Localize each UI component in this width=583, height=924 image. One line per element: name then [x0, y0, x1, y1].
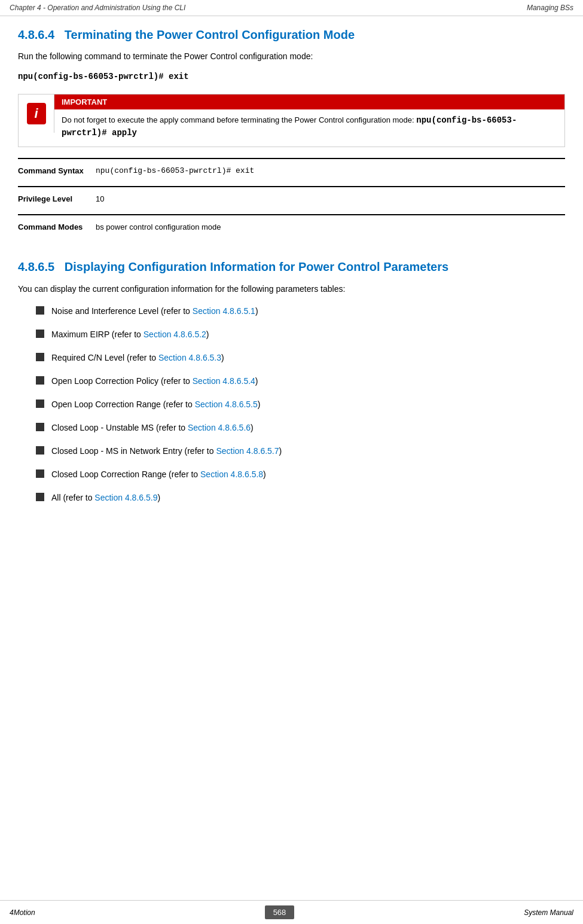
list-item: Closed Loop - MS in Network Entry (refer…: [36, 445, 565, 458]
section-4864-heading: Terminating the Power Control Configurat…: [65, 28, 355, 41]
command-table: Command Syntax npu(config-bs-66053-pwrct…: [18, 158, 565, 242]
syntax-label: Command Syntax: [18, 165, 96, 175]
bullet-icon: [36, 469, 44, 478]
bullet-suffix-8: ): [263, 469, 266, 479]
list-item: Maximum EIRP (refer to Section 4.8.6.5.2…: [36, 328, 565, 341]
list-item: Open Loop Correction Range (refer to Sec…: [36, 398, 565, 411]
section-4864-number: 4.8.6.4: [18, 28, 54, 41]
bullet-icon: [36, 376, 44, 385]
section-4864-intro: Run the following command to terminate t…: [18, 50, 565, 63]
footer-left: 4Motion: [10, 908, 35, 917]
bullet-list: Noise and Interference Level (refer to S…: [36, 305, 565, 504]
bullet-link-2[interactable]: Section 4.8.6.5.2: [144, 330, 206, 339]
bullet-icon: [36, 330, 44, 338]
page-footer: 4Motion 568 System Manual: [0, 900, 583, 924]
bullet-link-8[interactable]: Section 4.8.6.5.8: [200, 469, 263, 479]
page-header: Chapter 4 - Operation and Administration…: [0, 0, 583, 16]
syntax-row: Command Syntax npu(config-bs-66053-pwrct…: [18, 158, 565, 186]
bullet-prefix-2: Maximum EIRP (refer to: [51, 330, 144, 339]
important-content: IMPORTANT Do not forget to execute the a…: [54, 94, 564, 147]
section-4865-intro: You can display the current configuratio…: [18, 283, 565, 295]
main-content: 4.8.6.4 Terminating the Power Control Co…: [0, 16, 583, 533]
bullet-prefix-1: Noise and Interference Level (refer to: [51, 306, 193, 316]
bullet-prefix-5: Open Loop Correction Range (refer to: [51, 400, 195, 409]
bullet-icon: [36, 353, 44, 361]
bullet-suffix-4: ): [255, 376, 258, 386]
bullet-link-1[interactable]: Section 4.8.6.5.1: [193, 306, 255, 316]
important-box: i IMPORTANT Do not forget to execute the…: [18, 94, 565, 147]
list-item: Closed Loop - Unstable MS (refer to Sect…: [36, 422, 565, 434]
section-4864-command-display: npu(config-bs-66053-pwrctrl)# exit: [18, 70, 565, 83]
privilege-label: Privilege Level: [18, 193, 96, 203]
important-icon-area: i: [19, 94, 54, 133]
bullet-icon: [36, 306, 44, 315]
privilege-row: Privilege Level 10: [18, 186, 565, 214]
list-item: Required C/N Level (refer to Section 4.8…: [36, 352, 565, 364]
bullet-text-3: Required C/N Level (refer to Section 4.8…: [51, 352, 224, 364]
bullet-suffix-9: ): [157, 493, 160, 502]
bullet-suffix-2: ): [206, 330, 209, 339]
bullet-icon: [36, 423, 44, 431]
list-item: Open Loop Correction Policy (refer to Se…: [36, 375, 565, 388]
list-item: Noise and Interference Level (refer to S…: [36, 305, 565, 318]
important-body-prefix: Do not forget to execute the apply comma…: [62, 115, 416, 124]
important-header: IMPORTANT: [54, 94, 564, 109]
section-4865-number: 4.8.6.5: [18, 260, 54, 273]
bullet-suffix-1: ): [255, 306, 258, 316]
bullet-text-6: Closed Loop - Unstable MS (refer to Sect…: [51, 422, 254, 434]
modes-value: bs power control configuration mode: [96, 221, 565, 231]
bullet-link-3[interactable]: Section 4.8.6.5.3: [158, 353, 221, 362]
bullet-icon: [36, 446, 44, 455]
bullet-text-5: Open Loop Correction Range (refer to Sec…: [51, 398, 260, 411]
footer-page: 568: [265, 905, 295, 919]
bullet-prefix-6: Closed Loop - Unstable MS (refer to: [51, 423, 188, 432]
bullet-icon: [36, 493, 44, 501]
bullet-link-9[interactable]: Section 4.8.6.5.9: [94, 493, 157, 502]
bullet-link-4[interactable]: Section 4.8.6.5.4: [193, 376, 255, 386]
bullet-text-7: Closed Loop - MS in Network Entry (refer…: [51, 445, 282, 458]
bullet-link-5[interactable]: Section 4.8.6.5.5: [195, 400, 258, 409]
privilege-value: 10: [96, 193, 565, 203]
bullet-text-8: Closed Loop Correction Range (refer to S…: [51, 468, 266, 481]
bullet-suffix-6: ): [251, 423, 254, 432]
bullet-suffix-7: ): [279, 446, 282, 456]
bullet-prefix-7: Closed Loop - MS in Network Entry (refer…: [51, 446, 216, 456]
bullet-link-7[interactable]: Section 4.8.6.5.7: [216, 446, 279, 456]
modes-row: Command Modes bs power control configura…: [18, 214, 565, 242]
important-icon-img: i: [27, 103, 46, 124]
list-item: All (refer to Section 4.8.6.5.9): [36, 492, 565, 504]
bullet-suffix-5: ): [258, 400, 261, 409]
syntax-value: npu(config-bs-66053-pwrctrl)# exit: [96, 165, 565, 175]
footer-right: System Manual: [524, 908, 573, 917]
section-4864-title: 4.8.6.4 Terminating the Power Control Co…: [18, 28, 565, 42]
bullet-link-6[interactable]: Section 4.8.6.5.6: [188, 423, 251, 432]
list-item: Closed Loop Correction Range (refer to S…: [36, 468, 565, 481]
bullet-prefix-8: Closed Loop Correction Range (refer to: [51, 469, 200, 479]
section-4864-command: npu(config-bs-66053-pwrctrl)# exit: [18, 72, 189, 81]
bullet-icon: [36, 400, 44, 408]
bullet-prefix-9: All (refer to: [51, 493, 94, 502]
modes-label: Command Modes: [18, 221, 96, 231]
bullet-text-4: Open Loop Correction Policy (refer to Se…: [51, 375, 258, 388]
header-chapter: Chapter 4 - Operation and Administration…: [10, 4, 185, 12]
bullet-prefix-3: Required C/N Level (refer to: [51, 353, 158, 362]
bullet-suffix-3: ): [221, 353, 224, 362]
bullet-text-2: Maximum EIRP (refer to Section 4.8.6.5.2…: [51, 328, 209, 341]
bullet-text-1: Noise and Interference Level (refer to S…: [51, 305, 258, 318]
bullet-prefix-4: Open Loop Correction Policy (refer to: [51, 376, 193, 386]
important-body: Do not forget to execute the apply comma…: [54, 114, 564, 147]
bullet-text-9: All (refer to Section 4.8.6.5.9): [51, 492, 160, 504]
section-4865-heading: Displaying Configuration Information for…: [65, 260, 448, 273]
section-4865-title: 4.8.6.5 Displaying Configuration Informa…: [18, 259, 565, 275]
header-section: Managing BSs: [527, 4, 573, 12]
